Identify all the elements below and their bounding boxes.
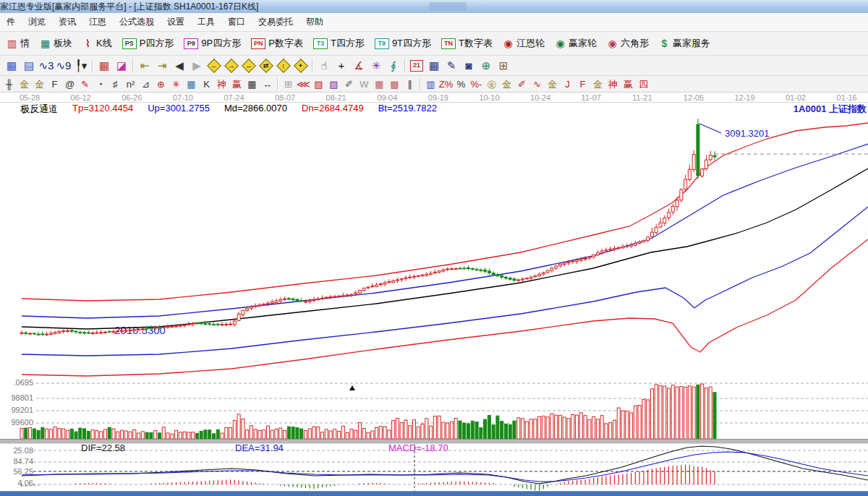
percent-icon[interactable]: %: [454, 77, 469, 91]
shen2-icon[interactable]: 神: [605, 77, 621, 91]
crosshair-icon[interactable]: +: [333, 58, 350, 74]
diamond-left-icon[interactable]: ←: [207, 59, 221, 73]
spiral-icon[interactable]: @: [62, 77, 77, 91]
fan-box2-icon[interactable]: ▧: [326, 77, 341, 91]
gold-circle-icon[interactable]: ㊎: [484, 77, 499, 91]
fibo-icon[interactable]: F: [47, 77, 62, 91]
cart-icon[interactable]: ⊞: [495, 58, 512, 74]
width-arrows-icon[interactable]: ↔: [260, 77, 275, 91]
ying-icon[interactable]: 赢: [229, 77, 244, 91]
menu-item-4[interactable]: 公式选股: [113, 13, 161, 31]
menu-item-8[interactable]: 交易委托: [252, 13, 299, 31]
pattern-red-icon[interactable]: ▦: [95, 58, 113, 74]
toolbar-button-quote-partial[interactable]: ▥情: [1, 35, 35, 51]
candle-style-icon[interactable]: ╿▾: [72, 58, 90, 74]
menu-item-5[interactable]: 设置: [161, 13, 191, 31]
gold-section-icon[interactable]: 金: [17, 77, 32, 91]
calculator-icon[interactable]: ▦: [425, 58, 443, 74]
next-bar-icon[interactable]: ▶: [188, 58, 205, 74]
menu-item-1[interactable]: 浏览: [22, 13, 52, 31]
gann-circle-icon[interactable]: ⊕: [153, 77, 169, 91]
toolbar-button-kline[interactable]: ⌇K线: [77, 35, 117, 51]
menu-item-7[interactable]: 窗口: [221, 13, 252, 31]
menu-item-9[interactable]: 帮助: [299, 13, 330, 31]
web-icon[interactable]: ⊕: [477, 58, 495, 74]
parallel-icon[interactable]: ╫: [1, 77, 17, 91]
toolbar-button-sector[interactable]: ▦板块: [35, 35, 77, 51]
diamond-swap-icon[interactable]: ⇄: [259, 59, 273, 73]
9p-square-icon: P9: [184, 38, 198, 49]
wave-icon[interactable]: ∿: [529, 77, 545, 91]
j-line-icon[interactable]: J: [560, 77, 575, 91]
percent-lines-icon[interactable]: %-: [469, 77, 484, 91]
n2-icon[interactable]: n²: [123, 77, 138, 91]
ying2-icon[interactable]: 赢: [621, 77, 636, 91]
four-line-icon[interactable]: 四: [636, 77, 651, 91]
grid-red2-icon[interactable]: ▩: [387, 77, 402, 91]
dif-value: DIF=22.58: [81, 442, 125, 453]
fan-box-icon[interactable]: ▨: [311, 77, 326, 91]
menu-item-2[interactable]: 资讯: [52, 13, 82, 31]
menu-item-0[interactable]: 件: [0, 13, 22, 31]
toolbar-button-gann-wheel[interactable]: ◉江恩轮: [498, 35, 550, 51]
slant-lines-icon[interactable]: ∥: [402, 77, 417, 91]
toolbar-button-t-square[interactable]: T3T四方形: [308, 35, 370, 51]
star-lines-icon[interactable]: ✳: [169, 77, 184, 91]
ruler-icon[interactable]: ♯: [108, 77, 123, 91]
diamond-right-icon[interactable]: →: [224, 59, 239, 73]
menu-item-3[interactable]: 江恩: [82, 13, 113, 31]
pattern-window-icon[interactable]: ▦: [3, 58, 20, 74]
shen-icon[interactable]: 神: [214, 77, 229, 91]
gold-section2-icon[interactable]: 金: [32, 77, 47, 91]
first-bar-icon[interactable]: ⇤: [136, 58, 153, 74]
toolbar-drawing: ╫金金F@✎◔♯n²⊿⊕✳▦K神赢▦↔⊞⋘▨▧✐W▦▩∥▥Z%%%-㊎金✐∿金J…: [0, 76, 868, 93]
toolbar-button-winner-wheel[interactable]: ◉赢家轮: [550, 35, 602, 51]
toolbar-button-9p-square[interactable]: P99P四方形: [179, 35, 246, 51]
grid123-icon[interactable]: ▦: [244, 77, 260, 91]
notes-icon[interactable]: ✎: [443, 58, 460, 74]
gold-lines-icon[interactable]: 金: [499, 77, 514, 91]
menu-item-6[interactable]: 工具: [191, 13, 221, 31]
document-icon[interactable]: ▤: [20, 58, 38, 74]
chart3-icon[interactable]: ∿3: [38, 58, 55, 74]
diamond-vertical-icon[interactable]: ↕: [276, 59, 291, 73]
calendar-icon[interactable]: 21: [410, 60, 423, 72]
chart9-icon[interactable]: ∿9: [55, 58, 72, 74]
k-mark-icon[interactable]: K: [199, 77, 214, 91]
date-label-01-02: 01-02: [786, 93, 806, 102]
clock-circle-icon[interactable]: ◔: [93, 77, 108, 91]
toolbar-button-hexagon[interactable]: ◉六角形: [602, 35, 654, 51]
toolbar-separator: [404, 59, 406, 72]
toolbar-button-p-square[interactable]: PSP四方形: [117, 35, 179, 51]
percent-wave-icon[interactable]: Z%: [438, 77, 454, 91]
toolbar-button-9t-square[interactable]: T99T四方形: [370, 35, 436, 51]
mirror-icon[interactable]: ⊿: [138, 77, 153, 91]
toolbar-button-t-table[interactable]: TNT数字表: [436, 35, 498, 51]
zigzag-icon[interactable]: W: [357, 77, 372, 91]
diamond-expand-icon[interactable]: ↔: [242, 59, 256, 73]
chart-canvas[interactable]: [0, 114, 868, 440]
diamond-all-icon[interactable]: +: [294, 59, 308, 73]
pen-tool-icon[interactable]: ✎: [77, 77, 93, 91]
toolbar-button-winner-service[interactable]: $赢家服务: [654, 35, 715, 51]
pencil-lines-icon[interactable]: ✐: [341, 77, 357, 91]
frame-icon[interactable]: ⊞: [281, 77, 296, 91]
toolbar-button-p-table[interactable]: PNP数字表: [246, 35, 308, 51]
e-line-icon[interactable]: F: [575, 77, 590, 91]
rays-icon[interactable]: ⋘: [296, 77, 311, 91]
gift-icon[interactable]: ✳: [367, 58, 385, 74]
grid-box-icon[interactable]: ▦: [184, 77, 199, 91]
hand-icon[interactable]: ☝: [315, 58, 333, 74]
color-histogram-icon[interactable]: ◪: [113, 58, 130, 74]
knot-icon[interactable]: ∮: [385, 58, 402, 74]
gold-pen-icon[interactable]: 金: [590, 77, 605, 91]
gold-rule-icon[interactable]: 金: [545, 77, 560, 91]
grid-red-icon[interactable]: ▦: [372, 77, 387, 91]
angle-icon[interactable]: ∡: [350, 58, 367, 74]
save-icon[interactable]: ◙: [460, 58, 477, 74]
last-bar-icon[interactable]: ⇥: [153, 58, 171, 74]
flag-pen-icon[interactable]: ✐: [514, 77, 529, 91]
prev-bar-icon[interactable]: ◀: [171, 58, 188, 74]
winner-service-icon: $: [659, 38, 670, 48]
bars-panel-icon[interactable]: ▥: [423, 77, 438, 91]
